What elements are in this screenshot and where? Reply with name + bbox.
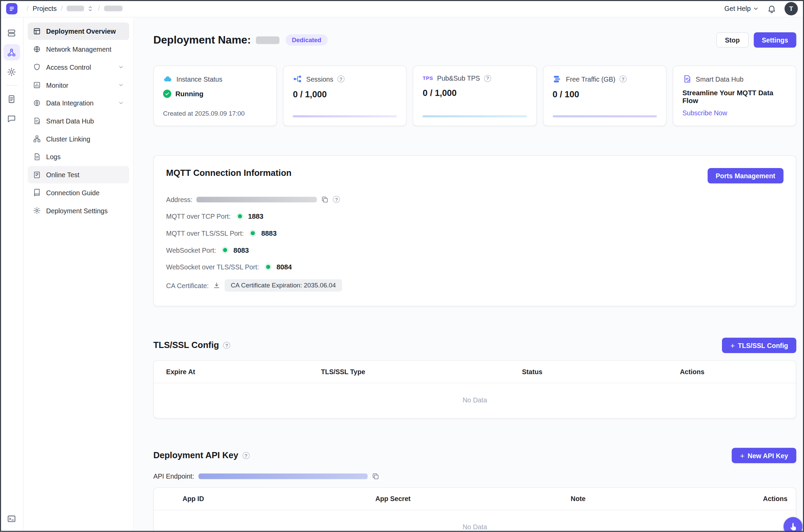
- get-help-menu[interactable]: Get Help: [724, 5, 759, 13]
- free-traffic-card: Free Traffic (GB) ? 0 / 100: [543, 66, 666, 126]
- mqtt-connection-card: MQTT Connection Information Ports Manage…: [153, 155, 796, 306]
- sidebar: Deployment Overview Network Management A…: [23, 17, 134, 532]
- new-api-key-label: New API Key: [747, 452, 788, 460]
- shield-icon: [33, 63, 41, 71]
- copy-icon[interactable]: [371, 472, 379, 480]
- created-at-text: Created at 2025.09.09 17:00: [163, 110, 267, 117]
- smart-data-hub-icon: [33, 117, 41, 125]
- rail-settings-gear-icon[interactable]: [3, 64, 20, 80]
- online-test-icon: [33, 171, 41, 179]
- rail-console-icon[interactable]: [3, 510, 20, 527]
- sidebar-item-label: Logs: [46, 153, 61, 161]
- smart-hub-promo-icon: [682, 74, 692, 83]
- page-title: Deployment Name:: [153, 34, 251, 46]
- port-row: MQTT over TLS/SSL Port: 8883: [166, 229, 784, 238]
- help-icon[interactable]: ?: [337, 75, 344, 82]
- api-key-table: App ID App Secret Note Actions No Data: [153, 487, 796, 532]
- globe-icon: [33, 45, 41, 53]
- api-key-empty-state: No Data: [154, 510, 796, 532]
- cloud-icon: [163, 74, 172, 83]
- cluster-linking-icon: [33, 135, 41, 143]
- port-value: 8883: [261, 229, 276, 237]
- rail-divider: [6, 85, 17, 86]
- subscribe-now-link[interactable]: Subscribe Now: [682, 109, 787, 117]
- sidebar-item-data-integration[interactable]: Data Integration: [28, 94, 129, 112]
- sidebar-item-label: Monitor: [46, 81, 68, 89]
- redacted-address: [196, 197, 317, 202]
- port-row: WebSocket over TLS/SSL Port: 8084: [166, 262, 784, 271]
- rail-deployments-icon[interactable]: [3, 44, 20, 61]
- sessions-card: Sessions ? 0 / 1,000: [283, 66, 407, 126]
- instance-status-card: Instance Status Running Created at 2025.…: [153, 66, 277, 126]
- tls-table-header: Expire At TLS/SSL Type Status Actions: [154, 361, 796, 383]
- tps-value: 0 / 1,000: [423, 88, 527, 98]
- redacted-api-endpoint-link[interactable]: [198, 473, 367, 479]
- tps-icon: TPS: [423, 75, 433, 81]
- help-icon[interactable]: ?: [242, 452, 250, 459]
- status-dot-icon: [223, 248, 227, 252]
- sessions-value: 0 / 1,000: [293, 90, 397, 100]
- sidebar-item-logs[interactable]: Logs: [28, 148, 129, 165]
- column-header: App Secret: [375, 495, 571, 503]
- sidebar-item-access-control[interactable]: Access Control: [28, 59, 129, 76]
- add-tls-label: TLS/SSL Config: [738, 342, 788, 349]
- new-api-key-button[interactable]: + New API Key: [732, 448, 796, 463]
- sidebar-item-label: Connection Guide: [46, 189, 100, 197]
- stats-row: Instance Status Running Created at 2025.…: [153, 66, 796, 126]
- sidebar-item-label: Data Integration: [46, 99, 94, 107]
- topbar: / Projects / / Get Help T: [0, 0, 804, 17]
- user-avatar[interactable]: T: [785, 2, 798, 15]
- add-tls-config-button[interactable]: + TLS/SSL Config: [722, 338, 796, 353]
- mqtt-section-title: MQTT Connection Information: [166, 168, 291, 178]
- sidebar-item-online-test[interactable]: Online Test: [28, 166, 129, 183]
- port-value: 8084: [276, 263, 292, 271]
- sidebar-item-label: Network Management: [46, 45, 112, 53]
- instance-running-status: Running: [163, 90, 267, 98]
- help-icon[interactable]: ?: [620, 75, 627, 82]
- sidebar-item-deployment-settings[interactable]: Deployment Settings: [28, 202, 129, 219]
- rail-feedback-chat-icon[interactable]: [3, 110, 20, 127]
- port-value: 1883: [248, 212, 263, 220]
- sidebar-item-label: Deployment Overview: [46, 28, 116, 35]
- stop-button[interactable]: Stop: [716, 32, 749, 48]
- plus-icon: +: [730, 342, 735, 349]
- column-header: Status: [522, 368, 680, 376]
- project-switcher-icon[interactable]: [87, 5, 94, 12]
- sidebar-item-cluster-linking[interactable]: Cluster Linking: [28, 130, 129, 148]
- chevron-down-icon: [118, 82, 124, 88]
- traffic-value: 0 / 100: [552, 90, 657, 100]
- status-dot-icon: [251, 231, 255, 235]
- help-icon[interactable]: ?: [484, 74, 491, 82]
- monitor-chart-icon: [33, 81, 41, 89]
- copy-icon[interactable]: [321, 196, 329, 203]
- download-icon[interactable]: [213, 281, 221, 289]
- ca-label: CA Certificate:: [166, 282, 209, 289]
- port-label: MQTT over TCP Port:: [166, 212, 230, 220]
- sidebar-item-smart-data-hub[interactable]: Smart Data Hub: [28, 112, 129, 130]
- rail-projects-icon[interactable]: [3, 24, 20, 41]
- stat-label: Free Traffic (GB): [566, 75, 615, 83]
- deployment-overview-icon: [33, 27, 41, 35]
- sidebar-item-monitor[interactable]: Monitor: [28, 76, 129, 94]
- sidebar-item-deployment-overview[interactable]: Deployment Overview: [28, 22, 129, 40]
- rail-docs-icon[interactable]: [3, 91, 20, 107]
- logs-file-icon: [33, 153, 41, 161]
- page-header: Deployment Name: Dedicated Stop Settings: [153, 32, 796, 48]
- sidebar-item-connection-guide[interactable]: Connection Guide: [28, 184, 129, 201]
- column-header: Expire At: [166, 368, 321, 376]
- app-logo-icon[interactable]: [6, 3, 17, 14]
- redacted-project-name: [67, 6, 84, 12]
- help-icon[interactable]: ?: [223, 342, 230, 349]
- running-label: Running: [175, 90, 203, 98]
- tls-table: Expire At TLS/SSL Type Status Actions No…: [153, 360, 796, 419]
- notifications-bell-icon[interactable]: [767, 4, 776, 13]
- sidebar-item-network-management[interactable]: Network Management: [28, 40, 129, 58]
- column-header: Actions: [763, 495, 795, 503]
- ports-management-button[interactable]: Ports Management: [707, 168, 783, 183]
- tls-section-header: TLS/SSL Config ? + TLS/SSL Config: [153, 338, 796, 353]
- port-row: MQTT over TCP Port: 1883: [166, 212, 784, 221]
- settings-button[interactable]: Settings: [754, 32, 796, 48]
- topbar-right: Get Help T: [724, 2, 798, 15]
- help-icon[interactable]: ?: [333, 196, 340, 203]
- breadcrumb-projects[interactable]: Projects: [33, 5, 57, 13]
